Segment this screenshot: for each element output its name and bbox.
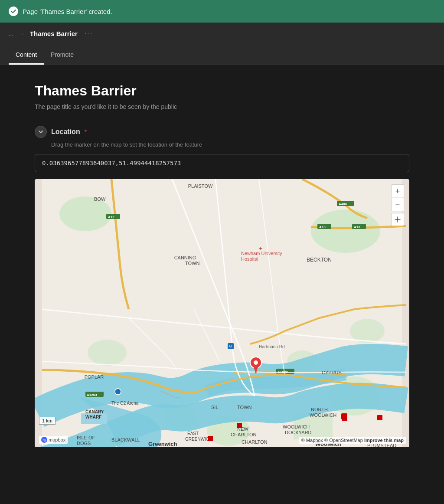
svg-point-60 — [115, 389, 121, 395]
svg-text:WHARF: WHARF — [85, 415, 101, 419]
svg-text:The O2 Arena: The O2 Arena — [111, 401, 139, 406]
svg-text:⊝: ⊝ — [117, 179, 119, 180]
svg-text:CHARLTON: CHARLTON — [231, 432, 257, 437]
svg-text:TOWN: TOWN — [237, 405, 251, 410]
more-options-button[interactable]: ··· — [85, 30, 93, 38]
success-message: Page 'Thames Barrier' created. — [23, 8, 112, 15]
svg-point-2 — [311, 209, 380, 253]
svg-point-73 — [254, 360, 258, 365]
mapbox-logo: m mapbox — [39, 436, 68, 444]
location-label: Location — [51, 128, 80, 136]
svg-rect-64 — [208, 436, 213, 441]
svg-rect-70 — [341, 413, 347, 419]
svg-text:Greenwich: Greenwich — [148, 441, 177, 447]
svg-text:⊝: ⊝ — [229, 344, 232, 348]
svg-marker-74 — [254, 367, 258, 373]
svg-text:DOCKYARD: DOCKYARD — [285, 430, 312, 435]
map-marker[interactable] — [249, 356, 262, 375]
section-header: Location * — [35, 126, 409, 138]
svg-text:A406: A406 — [339, 202, 347, 206]
svg-text:Hartmann Rd: Hartmann Rd — [259, 344, 284, 349]
svg-point-75 — [397, 219, 398, 220]
map-controls: + − — [391, 184, 404, 226]
tabs-bar: Content Promote — [0, 45, 444, 65]
svg-text:BOW: BOW — [94, 196, 106, 202]
breadcrumb-arrow: → — [19, 30, 25, 37]
svg-text:SIL: SIL — [211, 405, 219, 410]
svg-text:NORTH: NORTH — [311, 407, 328, 412]
page-heading: Thames Barrier — [35, 82, 409, 99]
map-attribution: © Mapbox © OpenStreetMap Improve this ma… — [299, 437, 406, 444]
svg-text:WOOLWICH: WOOLWICH — [310, 412, 336, 418]
svg-text:A13: A13 — [319, 225, 326, 229]
svg-text:A13: A13 — [354, 225, 360, 229]
svg-point-1 — [59, 196, 111, 231]
top-nav: ... → Thames Barrier ··· — [0, 23, 444, 45]
tab-promote[interactable]: Promote — [44, 45, 81, 65]
svg-text:+: + — [259, 245, 262, 252]
tab-content[interactable]: Content — [9, 45, 44, 65]
breadcrumb-back[interactable]: ... — [9, 30, 13, 37]
svg-text:ISLE OF: ISLE OF — [77, 435, 95, 440]
improve-map-link[interactable]: Improve this map — [364, 438, 404, 443]
svg-rect-67 — [377, 415, 382, 420]
svg-point-8 — [88, 340, 127, 366]
required-indicator: * — [85, 128, 87, 135]
svg-text:Hospital: Hospital — [241, 256, 258, 262]
svg-rect-65 — [237, 423, 242, 428]
location-description: Drag the marker on the map to set the lo… — [35, 141, 409, 148]
zoom-in-button[interactable]: + — [391, 184, 404, 197]
map-svg: A12 A406 A13 A13 A1020 A1203 — [35, 179, 409, 447]
svg-text:PLAISTOW: PLAISTOW — [188, 183, 213, 189]
svg-text:CANARY: CANARY — [85, 409, 104, 414]
svg-text:CHARLTON: CHARLTON — [242, 439, 268, 445]
map-scale: 1 km — [39, 417, 56, 425]
main-content: Thames Barrier The page title as you'd l… — [0, 65, 444, 473]
page-subheading: The page title as you'd like it to be se… — [35, 103, 409, 110]
svg-text:CYPRUS: CYPRUS — [322, 370, 342, 375]
svg-text:EAST: EAST — [187, 431, 199, 436]
svg-text:BECKTON: BECKTON — [307, 257, 332, 263]
map-container[interactable]: A12 A406 A13 A13 A1020 A1203 — [35, 179, 409, 447]
svg-text:A12: A12 — [108, 215, 114, 219]
coordinates-input[interactable] — [35, 154, 409, 172]
svg-text:m: m — [42, 438, 46, 442]
svg-text:WOOLWICH: WOOLWICH — [283, 424, 310, 429]
success-banner: Page 'Thames Barrier' created. — [0, 0, 444, 23]
compass-button[interactable] — [391, 213, 404, 226]
svg-text:BLACKWALL: BLACKWALL — [111, 437, 140, 442]
success-icon — [9, 7, 18, 16]
svg-text:CANNING: CANNING — [174, 255, 196, 260]
section-toggle[interactable] — [35, 126, 47, 138]
svg-text:A1203: A1203 — [87, 393, 97, 397]
svg-text:POPLAR: POPLAR — [85, 374, 104, 380]
svg-text:TOWN: TOWN — [185, 261, 199, 266]
zoom-out-button[interactable]: − — [391, 198, 404, 211]
location-section: Location * Drag the marker on the map to… — [35, 126, 409, 447]
svg-text:DOGS: DOGS — [77, 441, 91, 446]
nav-page-title: Thames Barrier — [30, 30, 78, 37]
